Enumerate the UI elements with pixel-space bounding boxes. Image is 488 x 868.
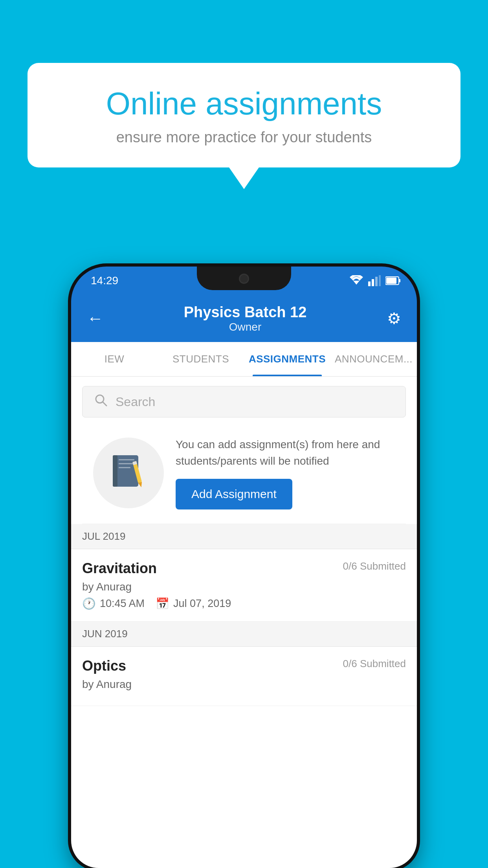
svg-marker-16 bbox=[138, 482, 143, 488]
tab-announcements[interactable]: ANNOUNCEM... bbox=[330, 342, 417, 376]
search-input[interactable]: Search bbox=[116, 395, 155, 409]
tab-iew[interactable]: IEW bbox=[71, 342, 158, 376]
status-icons bbox=[349, 275, 401, 286]
svg-line-9 bbox=[103, 402, 106, 406]
assignment-date-value: Jul 07, 2019 bbox=[173, 598, 231, 610]
speech-bubble-wrapper: Online assignments ensure more practice … bbox=[28, 63, 460, 189]
header-title: Physics Batch 12 bbox=[184, 304, 307, 321]
svg-rect-2 bbox=[372, 279, 374, 286]
speech-bubble-title: Online assignments bbox=[55, 86, 433, 121]
speech-bubble-subtitle: ensure more practice for your students bbox=[55, 129, 433, 146]
assignment-submitted: 0/6 Submitted bbox=[343, 560, 406, 572]
svg-rect-1 bbox=[368, 281, 371, 286]
assignment-time-value: 10:45 AM bbox=[100, 598, 145, 610]
svg-rect-7 bbox=[386, 278, 396, 284]
speech-bubble-tail bbox=[229, 167, 259, 189]
camera bbox=[239, 274, 249, 284]
add-assignment-button[interactable]: Add Assignment bbox=[176, 479, 292, 509]
promo-description: You can add assignment(s) from here and … bbox=[176, 436, 395, 469]
notch bbox=[197, 267, 291, 290]
tab-assignments[interactable]: ASSIGNMENTS bbox=[244, 342, 330, 376]
tab-students[interactable]: STUDENTS bbox=[158, 342, 244, 376]
assignment-by-optics: by Anurag bbox=[82, 678, 406, 691]
assignment-time: 🕐 10:45 AM bbox=[82, 597, 145, 610]
clock-icon: 🕐 bbox=[82, 597, 96, 610]
app-header: ← Physics Batch 12 Owner ⚙ bbox=[71, 295, 417, 342]
tabs-bar: IEW STUDENTS ASSIGNMENTS ANNOUNCEM... bbox=[71, 342, 417, 377]
back-button[interactable]: ← bbox=[87, 309, 103, 328]
svg-rect-4 bbox=[379, 275, 381, 286]
svg-rect-12 bbox=[119, 459, 134, 460]
settings-icon[interactable]: ⚙ bbox=[387, 309, 401, 327]
search-bar[interactable]: Search bbox=[82, 386, 406, 417]
svg-marker-0 bbox=[353, 281, 360, 285]
search-icon bbox=[94, 394, 108, 410]
promo-card: You can add assignment(s) from here and … bbox=[82, 425, 406, 524]
promo-icon-circle bbox=[93, 438, 164, 508]
status-time: 14:29 bbox=[87, 274, 118, 287]
assignment-meta: 🕐 10:45 AM 📅 Jul 07, 2019 bbox=[82, 597, 406, 610]
battery-icon bbox=[385, 276, 401, 285]
assignment-date: 📅 Jul 07, 2019 bbox=[156, 597, 231, 610]
wifi-icon bbox=[349, 275, 363, 286]
assignment-item-optics[interactable]: Optics 0/6 Submitted by Anurag bbox=[71, 647, 417, 706]
assignment-name-optics: Optics bbox=[82, 658, 126, 674]
assignment-by: by Anurag bbox=[82, 581, 406, 593]
svg-rect-13 bbox=[119, 463, 134, 464]
assignment-row-top: Gravitation 0/6 Submitted bbox=[82, 560, 406, 577]
svg-rect-14 bbox=[119, 467, 130, 468]
notebook-icon bbox=[111, 453, 146, 493]
signal-icon bbox=[368, 275, 381, 286]
speech-bubble: Online assignments ensure more practice … bbox=[28, 63, 460, 167]
assignment-item-gravitation[interactable]: Gravitation 0/6 Submitted by Anurag 🕐 10… bbox=[71, 549, 417, 622]
screen-content: Search bbox=[71, 377, 417, 868]
promo-right: You can add assignment(s) from here and … bbox=[176, 436, 395, 509]
svg-rect-11 bbox=[113, 455, 117, 487]
assignment-submitted-optics: 0/6 Submitted bbox=[343, 658, 406, 670]
phone-frame: 14:29 ← Phys bbox=[71, 267, 417, 868]
header-subtitle: Owner bbox=[184, 321, 307, 333]
section-jul-2019: JUL 2019 bbox=[71, 524, 417, 549]
header-title-group: Physics Batch 12 Owner bbox=[184, 304, 307, 333]
svg-rect-3 bbox=[375, 277, 378, 286]
assignment-row-top-optics: Optics 0/6 Submitted bbox=[82, 658, 406, 674]
assignment-name: Gravitation bbox=[82, 560, 157, 577]
section-jun-2019: JUN 2019 bbox=[71, 622, 417, 647]
calendar-icon: 📅 bbox=[156, 597, 169, 610]
svg-rect-6 bbox=[399, 279, 400, 282]
